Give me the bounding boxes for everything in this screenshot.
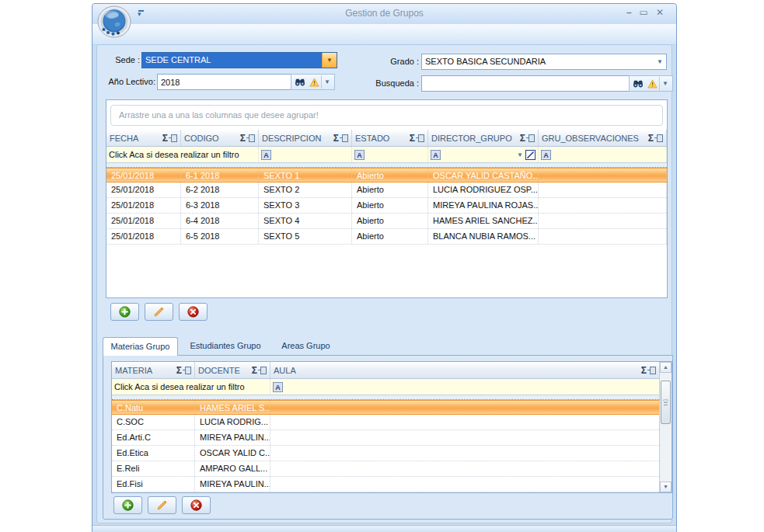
grado-combobox[interactable]: SEXTO BASICA SECUNDARIA ▼ — [421, 54, 667, 70]
filter-hint[interactable]: Click Aca si desea realizar un filtro — [112, 379, 270, 395]
busqueda-input[interactable] — [421, 75, 630, 92]
cell-observaciones — [539, 169, 667, 182]
group-by-panel[interactable]: Arrastre una a una las columnas que dese… — [106, 100, 667, 130]
pin-icon[interactable] — [657, 134, 663, 142]
column-header-descripcion[interactable]: DESCRIPCION — [259, 130, 352, 146]
table-row[interactable]: 25/01/2018 6-1 2018 SEXTO 1 Abierto OSCA… — [106, 168, 667, 183]
sum-icon[interactable] — [252, 365, 257, 376]
cell-materia: E.Reli — [112, 461, 195, 476]
filter-row[interactable]: Click Aca si desea realizar un filtro ▼ — [106, 147, 667, 163]
table-row[interactable]: 25/01/2018 6-4 2018 SEXTO 4 Abierto HAME… — [106, 214, 667, 229]
warning-icon[interactable] — [645, 77, 659, 90]
pin-icon[interactable] — [185, 367, 191, 374]
sum-icon[interactable] — [333, 133, 339, 144]
scrollbar-thumb[interactable] — [661, 381, 671, 424]
delete-button[interactable] — [182, 496, 211, 514]
auto-filter-icon[interactable] — [273, 382, 283, 392]
filter-cell-aula[interactable] — [270, 379, 659, 395]
filter-row[interactable]: Click Aca si desea realizar un filtro — [112, 379, 659, 395]
cell-materia: C.SOC — [112, 415, 195, 429]
pin-icon[interactable] — [650, 367, 656, 374]
delete-button[interactable] — [179, 303, 208, 321]
column-header-director-grupo[interactable]: DIRECTOR_GRUPO — [428, 130, 539, 146]
cell-director: BLANCA NUBIA RAMOS... — [428, 229, 539, 244]
sum-icon[interactable] — [648, 133, 654, 144]
auto-filter-icon[interactable] — [354, 150, 365, 160]
table-row[interactable]: 25/01/2018 6-3 2018 SEXTO 3 Abierto MIRE… — [106, 198, 667, 214]
cell-observaciones — [539, 198, 667, 213]
table-row[interactable]: 25/01/2018 6-2 2018 SEXTO 2 Abierto LUCI… — [106, 183, 667, 198]
edit-button[interactable] — [145, 303, 173, 321]
pencil-icon — [153, 306, 165, 318]
cell-estado: Abierto — [352, 229, 428, 244]
cell-aula — [270, 415, 659, 429]
add-icon — [122, 499, 134, 511]
pin-icon[interactable] — [260, 367, 267, 374]
filter-hint[interactable]: Click Aca si desea realizar un filtro — [106, 147, 259, 162]
pin-icon[interactable] — [418, 134, 424, 142]
binoculars-search-icon[interactable] — [631, 77, 645, 90]
column-header-aula[interactable]: AULA — [270, 362, 659, 378]
globe-app-icon[interactable] — [97, 5, 131, 38]
tab-materias-grupo[interactable]: Materias Grupo — [103, 337, 178, 356]
column-header-docente[interactable]: DOCENTE — [195, 362, 270, 378]
table-row[interactable]: Ed.Arti.C MIREYA PAULIN... — [112, 430, 659, 446]
table-row[interactable]: C.SOC LUCIA RODRIG... — [112, 415, 659, 430]
table-row-partial[interactable]: Ing OSCAR YALID C... — [112, 492, 659, 493]
filter-cell-descripcion[interactable] — [259, 147, 352, 162]
ribbon-strip — [92, 24, 676, 45]
table-row[interactable]: Ed.Etica OSCAR YALID C... — [112, 446, 659, 461]
add-button[interactable] — [113, 496, 142, 514]
auto-filter-icon[interactable] — [261, 150, 271, 160]
add-button[interactable] — [110, 303, 139, 321]
minimize-button[interactable]: – — [623, 7, 637, 18]
maximize-button[interactable]: ▭ — [637, 7, 653, 18]
tab-estudiantes-grupo[interactable]: Estudiantes Grupo — [182, 337, 269, 355]
table-row[interactable]: C.Natu HAMES ARIEL S... — [112, 400, 659, 415]
auto-filter-icon[interactable] — [431, 150, 441, 160]
column-header-estado[interactable]: ESTADO — [352, 130, 428, 146]
anio-lectivo-input[interactable] — [157, 74, 291, 90]
chevron-down-icon[interactable]: ▼ — [659, 77, 671, 90]
pin-icon[interactable] — [171, 134, 177, 142]
pin-icon[interactable] — [342, 134, 348, 142]
binoculars-search-icon[interactable] — [293, 75, 307, 89]
chevron-down-icon[interactable]: ▼ — [321, 75, 333, 89]
table-row[interactable]: 25/01/2018 6-5 2018 SEXTO 5 Abierto BLAN… — [106, 229, 667, 245]
pin-icon[interactable] — [249, 134, 255, 142]
auto-filter-icon[interactable] — [541, 150, 551, 160]
tab-areas-grupo[interactable]: Areas Grupo — [273, 337, 339, 355]
edit-filter-icon[interactable] — [525, 150, 535, 160]
sum-icon[interactable] — [176, 365, 182, 376]
chevron-down-icon[interactable]: ▼ — [654, 54, 666, 69]
table-row[interactable]: Ed.Fisi MIREYA PAULIN... — [112, 477, 659, 492]
filter-cell-director[interactable]: ▼ — [428, 147, 539, 162]
sum-icon[interactable] — [520, 133, 525, 144]
cell-docente: HAMES ARIEL S... — [195, 401, 270, 414]
app-window: Gestion de Grupos –▭✕ — [92, 3, 677, 532]
table-row[interactable]: E.Reli AMPARO GALL... — [112, 461, 659, 477]
filter-cell-estado[interactable] — [352, 147, 428, 162]
quick-access-dropdown-icon[interactable] — [138, 10, 145, 18]
vertical-scrollbar[interactable]: ▲ ▼ — [659, 362, 672, 492]
column-header-gru-observaciones[interactable]: GRU_OBSERVACIONES — [539, 130, 667, 146]
filter-cell-observaciones[interactable] — [539, 147, 667, 162]
title-bar[interactable]: Gestion de Grupos –▭✕ — [92, 4, 676, 24]
column-header-codigo[interactable]: CODIGO — [181, 130, 259, 146]
warning-icon[interactable] — [307, 75, 321, 89]
column-header-fecha[interactable]: FECHA — [106, 130, 181, 146]
sum-icon[interactable] — [240, 133, 246, 144]
scroll-up-icon[interactable]: ▲ — [660, 362, 672, 373]
column-header-materia[interactable]: MATERIA — [112, 362, 195, 378]
edit-button[interactable] — [148, 496, 176, 514]
sum-icon[interactable] — [410, 133, 415, 144]
scroll-down-icon[interactable]: ▼ — [660, 482, 672, 492]
chevron-down-icon[interactable]: ▼ — [517, 151, 523, 158]
sum-icon[interactable] — [162, 133, 168, 144]
sede-combobox[interactable]: SEDE CENTRAL ▼ — [141, 52, 337, 68]
close-button[interactable]: ✕ — [653, 7, 668, 18]
chevron-down-icon[interactable]: ▼ — [322, 53, 337, 68]
sum-icon[interactable] — [641, 365, 647, 376]
pin-icon[interactable] — [529, 134, 535, 142]
grado-label: Grado : — [361, 54, 419, 70]
